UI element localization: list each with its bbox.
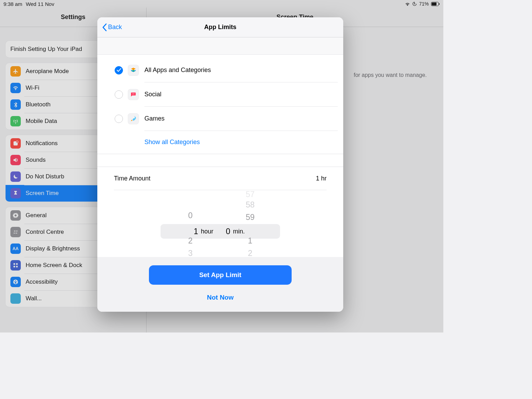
category-row-all[interactable]: All Apps and Categories [97,58,343,82]
status-time: 9:38 am [3,1,22,7]
orientation-lock-icon [412,1,417,6]
app-limits-sheet: Back App Limits All Apps and Categories [97,17,343,312]
sheet-navbar: Back App Limits [97,17,343,37]
svg-rect-10 [14,263,15,265]
stack-icon [128,65,139,76]
time-amount-value: 1 hr [316,175,327,182]
time-amount-label: Time Amount [114,175,150,182]
category-label: Social [144,91,161,98]
not-now-button[interactable]: Not Now [207,292,233,303]
antenna-icon [10,116,21,126]
category-row-games[interactable]: Games [97,107,343,131]
svg-rect-0 [414,3,415,4]
sheet-title: App Limits [204,24,237,31]
svg-point-17 [133,94,134,94]
category-label: All Apps and Categories [144,66,211,74]
rocket-icon [128,113,139,124]
svg-point-19 [134,117,135,118]
grid-icon [10,260,21,271]
checkbox-checked-icon[interactable] [115,66,123,74]
wifi-icon [10,83,21,93]
hourglass-icon [10,188,21,198]
time-amount-row: Time Amount 1 hr [97,167,343,190]
notifications-icon [10,138,21,149]
gear-icon [10,210,21,221]
sheet-footer: Set App Limit Not Now [97,257,343,312]
picker-value-above: 57 [246,190,255,198]
time-picker[interactable]: 0 2 3 1 hour 57 58 59 1 [161,190,280,257]
svg-point-15 [15,280,16,281]
display-icon: AA [10,243,21,254]
picker-minutes-column[interactable]: 57 58 59 1 2 [220,190,280,257]
set-app-limit-button[interactable]: Set App Limit [149,265,292,285]
svg-point-5 [16,141,18,143]
svg-rect-9 [14,233,16,233]
show-all-categories-link[interactable]: Show all Categories [97,131,343,154]
svg-rect-13 [16,266,18,268]
picker-value-above: 59 [246,211,255,223]
svg-point-6 [14,231,15,232]
svg-point-8 [16,233,17,234]
picker-selected-hours: 1 hour [161,224,221,239]
chat-icon [128,89,139,100]
picker-hours-column[interactable]: 0 2 3 [161,190,221,257]
moon-icon [10,171,21,182]
wallpaper-icon [10,293,21,304]
svg-point-16 [132,94,133,94]
bluetooth-icon [10,99,21,110]
picker-value-below: 2 [248,247,252,257]
picker-value-above: 0 [188,209,193,222]
svg-point-18 [134,94,135,94]
back-button[interactable]: Back [100,17,124,37]
aeroplane-icon [10,66,21,77]
back-label: Back [108,24,122,31]
svg-rect-3 [439,3,440,5]
battery-percent: 71% [419,1,429,7]
secondary-button-label: Not Now [207,294,233,301]
sounds-icon [10,155,21,165]
wifi-status-icon [405,2,410,6]
status-bar: 9:38 am Wed 11 Nov 71% [0,0,443,8]
primary-button-label: Set App Limit [199,271,241,279]
category-row-social[interactable]: Social [97,82,343,107]
picker-value-above: 58 [246,198,255,211]
category-label: Games [144,115,165,122]
picker-selected-minutes: 0 min. [220,224,280,239]
svg-rect-11 [16,263,18,265]
battery-icon [431,2,440,6]
accessibility-icon [10,277,21,287]
picker-value-below: 3 [188,247,193,257]
control-centre-icon [10,227,21,237]
checkbox-empty-icon[interactable] [115,90,123,99]
svg-rect-12 [14,266,15,268]
show-all-label: Show all Categories [144,139,200,146]
svg-rect-7 [16,231,18,231]
checkbox-empty-icon[interactable] [115,115,123,123]
categories-group: All Apps and Categories Social [97,55,343,154]
status-date: Wed 11 Nov [26,1,54,7]
svg-rect-2 [432,2,436,5]
